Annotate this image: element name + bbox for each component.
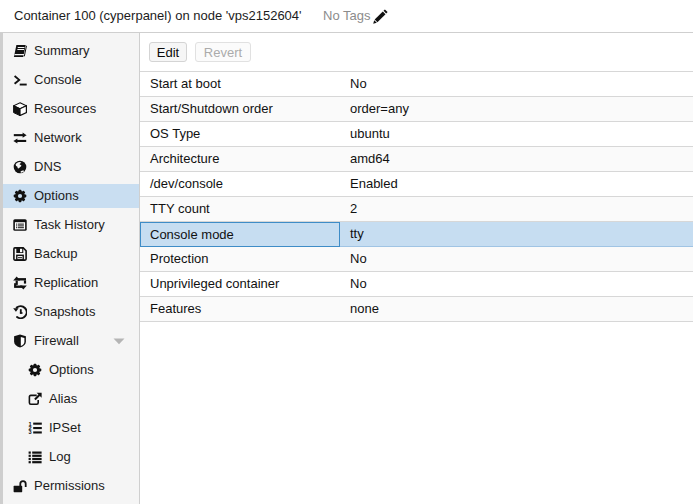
svg-text:3: 3 <box>28 429 31 435</box>
